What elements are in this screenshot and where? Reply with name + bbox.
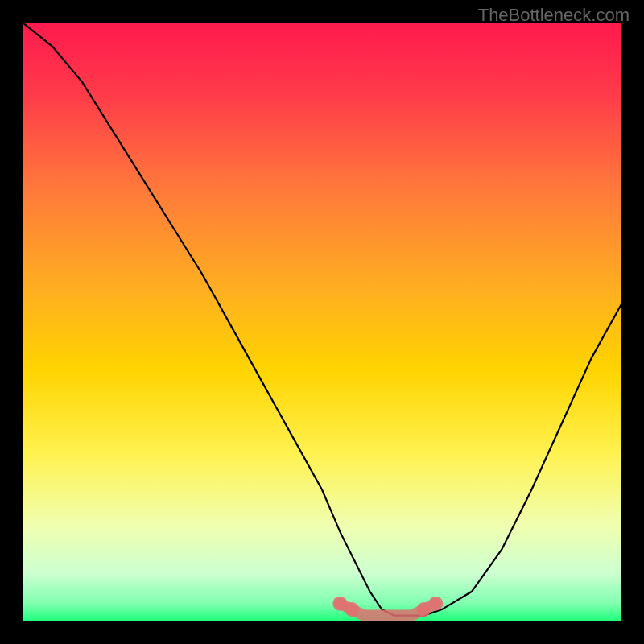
gradient-background bbox=[23, 23, 621, 621]
chart-container: TheBottleneck.com bbox=[0, 0, 644, 644]
watermark-label: TheBottleneck.com bbox=[478, 5, 630, 26]
plot-area bbox=[23, 23, 621, 621]
optimal-range-bead bbox=[428, 597, 443, 611]
chart-svg bbox=[23, 23, 621, 621]
optimal-range-bead bbox=[345, 602, 359, 617]
